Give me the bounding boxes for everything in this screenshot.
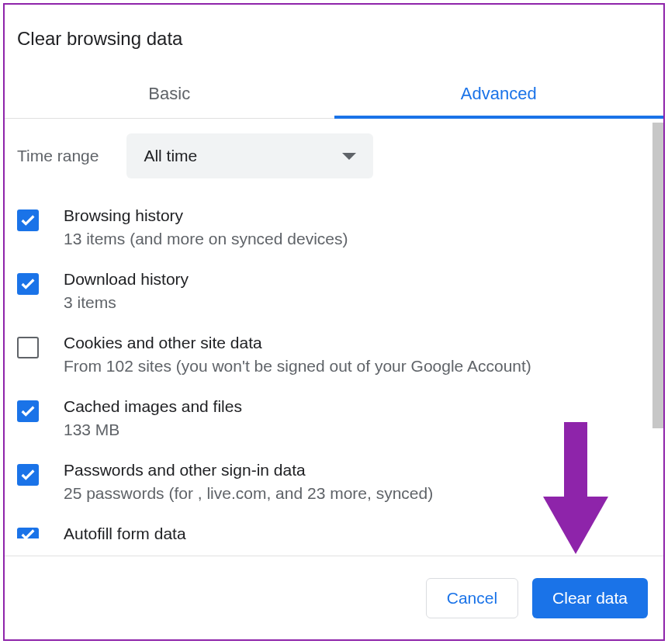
checkbox-browsing-history[interactable] [17,209,39,231]
check-icon [19,275,36,293]
item-title: Cookies and other site data [64,334,531,352]
time-range-select[interactable]: All time [126,133,373,178]
item-autofill: Autofill form data [17,525,654,543]
item-sub: 133 MB [64,421,242,439]
item-sub: 13 items (and more on synced devices) [64,230,348,248]
clear-data-button[interactable]: Clear data [532,578,648,618]
dialog-title: Clear browsing data [5,5,663,71]
scroll-area: Time range All time Browsing history 13 … [5,113,663,556]
item-passwords: Passwords and other sign-in data 25 pass… [17,461,654,503]
item-text: Download history 3 items [64,270,189,312]
chevron-down-icon [342,153,356,160]
dialog-footer: Cancel Clear data [5,556,663,639]
cancel-button[interactable]: Cancel [426,578,518,618]
item-text: Passwords and other sign-in data 25 pass… [64,461,433,503]
item-title: Autofill form data [64,525,186,543]
check-icon [19,212,36,229]
item-sub: 3 items [64,293,189,312]
tab-advanced[interactable]: Advanced [334,71,664,118]
item-sub: 25 passwords (for , live.com, and 23 mor… [64,484,433,503]
item-browsing-history: Browsing history 13 items (and more on s… [17,206,654,248]
time-range-row: Time range All time [14,133,654,178]
tab-basic[interactable]: Basic [5,71,334,118]
data-type-list: Browsing history 13 items (and more on s… [14,206,654,543]
checkbox-autofill[interactable] [17,528,39,538]
item-title: Passwords and other sign-in data [64,461,433,480]
item-text: Browsing history 13 items (and more on s… [64,206,348,248]
checkbox-passwords[interactable] [17,464,39,486]
dialog-frame: Clear browsing data Basic Advanced Time … [3,3,665,641]
check-icon [19,528,36,538]
item-cached-images: Cached images and files 133 MB [17,397,654,439]
item-text: Cookies and other site data From 102 sit… [64,334,531,376]
tabs: Basic Advanced [5,71,663,119]
item-text: Cached images and files 133 MB [64,397,242,439]
item-title: Download history [64,270,189,289]
item-title: Cached images and files [64,397,242,416]
time-range-label: Time range [17,147,99,165]
check-icon [19,466,36,483]
checkbox-download-history[interactable] [17,273,39,295]
time-range-value: All time [144,147,197,165]
item-cookies: Cookies and other site data From 102 sit… [17,334,654,376]
check-icon [19,403,36,420]
item-download-history: Download history 3 items [17,270,654,312]
item-title: Browsing history [64,206,348,225]
checkbox-cookies[interactable] [17,337,39,358]
item-sub: From 102 sites (you won't be signed out … [64,357,531,376]
checkbox-cached-images[interactable] [17,400,39,422]
item-text: Autofill form data [64,525,186,543]
